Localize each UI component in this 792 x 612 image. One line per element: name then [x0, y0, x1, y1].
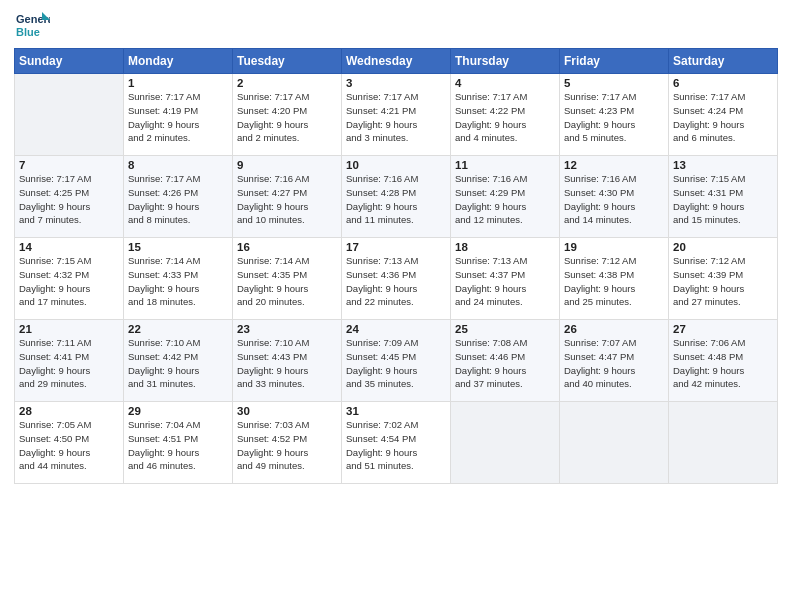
calendar-cell: 8Sunrise: 7:17 AMSunset: 4:26 PMDaylight… [124, 156, 233, 238]
calendar-cell: 19Sunrise: 7:12 AMSunset: 4:38 PMDayligh… [560, 238, 669, 320]
day-info: Sunrise: 7:15 AMSunset: 4:31 PMDaylight:… [673, 172, 773, 227]
calendar-cell: 28Sunrise: 7:05 AMSunset: 4:50 PMDayligh… [15, 402, 124, 484]
day-info: Sunrise: 7:10 AMSunset: 4:42 PMDaylight:… [128, 336, 228, 391]
day-info: Sunrise: 7:03 AMSunset: 4:52 PMDaylight:… [237, 418, 337, 473]
calendar-header-friday: Friday [560, 49, 669, 74]
calendar-week-5: 28Sunrise: 7:05 AMSunset: 4:50 PMDayligh… [15, 402, 778, 484]
calendar-header-saturday: Saturday [669, 49, 778, 74]
day-number: 20 [673, 241, 773, 253]
day-info: Sunrise: 7:13 AMSunset: 4:36 PMDaylight:… [346, 254, 446, 309]
calendar-cell: 31Sunrise: 7:02 AMSunset: 4:54 PMDayligh… [342, 402, 451, 484]
day-number: 16 [237, 241, 337, 253]
calendar-cell: 22Sunrise: 7:10 AMSunset: 4:42 PMDayligh… [124, 320, 233, 402]
day-number: 8 [128, 159, 228, 171]
day-info: Sunrise: 7:12 AMSunset: 4:39 PMDaylight:… [673, 254, 773, 309]
day-info: Sunrise: 7:14 AMSunset: 4:33 PMDaylight:… [128, 254, 228, 309]
day-info: Sunrise: 7:16 AMSunset: 4:27 PMDaylight:… [237, 172, 337, 227]
calendar-cell [669, 402, 778, 484]
calendar-cell: 23Sunrise: 7:10 AMSunset: 4:43 PMDayligh… [233, 320, 342, 402]
calendar-cell: 18Sunrise: 7:13 AMSunset: 4:37 PMDayligh… [451, 238, 560, 320]
day-info: Sunrise: 7:05 AMSunset: 4:50 PMDaylight:… [19, 418, 119, 473]
day-number: 14 [19, 241, 119, 253]
day-number: 13 [673, 159, 773, 171]
calendar-cell: 13Sunrise: 7:15 AMSunset: 4:31 PMDayligh… [669, 156, 778, 238]
calendar-cell: 11Sunrise: 7:16 AMSunset: 4:29 PMDayligh… [451, 156, 560, 238]
day-number: 29 [128, 405, 228, 417]
day-number: 1 [128, 77, 228, 89]
day-number: 9 [237, 159, 337, 171]
day-info: Sunrise: 7:06 AMSunset: 4:48 PMDaylight:… [673, 336, 773, 391]
calendar-cell: 17Sunrise: 7:13 AMSunset: 4:36 PMDayligh… [342, 238, 451, 320]
calendar-cell: 4Sunrise: 7:17 AMSunset: 4:22 PMDaylight… [451, 74, 560, 156]
day-number: 31 [346, 405, 446, 417]
calendar-cell: 6Sunrise: 7:17 AMSunset: 4:24 PMDaylight… [669, 74, 778, 156]
calendar-cell [451, 402, 560, 484]
calendar-cell: 5Sunrise: 7:17 AMSunset: 4:23 PMDaylight… [560, 74, 669, 156]
day-info: Sunrise: 7:11 AMSunset: 4:41 PMDaylight:… [19, 336, 119, 391]
calendar-cell [15, 74, 124, 156]
day-number: 21 [19, 323, 119, 335]
calendar-header-tuesday: Tuesday [233, 49, 342, 74]
calendar-cell: 16Sunrise: 7:14 AMSunset: 4:35 PMDayligh… [233, 238, 342, 320]
day-info: Sunrise: 7:16 AMSunset: 4:28 PMDaylight:… [346, 172, 446, 227]
day-number: 10 [346, 159, 446, 171]
logo: General Blue [14, 10, 52, 40]
day-info: Sunrise: 7:04 AMSunset: 4:51 PMDaylight:… [128, 418, 228, 473]
day-info: Sunrise: 7:17 AMSunset: 4:23 PMDaylight:… [564, 90, 664, 145]
day-number: 7 [19, 159, 119, 171]
day-number: 19 [564, 241, 664, 253]
svg-text:Blue: Blue [16, 26, 40, 38]
calendar-week-1: 1Sunrise: 7:17 AMSunset: 4:19 PMDaylight… [15, 74, 778, 156]
calendar-cell: 10Sunrise: 7:16 AMSunset: 4:28 PMDayligh… [342, 156, 451, 238]
calendar-cell [560, 402, 669, 484]
calendar-cell: 25Sunrise: 7:08 AMSunset: 4:46 PMDayligh… [451, 320, 560, 402]
day-number: 5 [564, 77, 664, 89]
calendar-cell: 1Sunrise: 7:17 AMSunset: 4:19 PMDaylight… [124, 74, 233, 156]
day-number: 26 [564, 323, 664, 335]
calendar-cell: 3Sunrise: 7:17 AMSunset: 4:21 PMDaylight… [342, 74, 451, 156]
calendar-header-thursday: Thursday [451, 49, 560, 74]
calendar-week-2: 7Sunrise: 7:17 AMSunset: 4:25 PMDaylight… [15, 156, 778, 238]
day-number: 28 [19, 405, 119, 417]
day-number: 17 [346, 241, 446, 253]
calendar-header-monday: Monday [124, 49, 233, 74]
calendar-week-4: 21Sunrise: 7:11 AMSunset: 4:41 PMDayligh… [15, 320, 778, 402]
day-number: 24 [346, 323, 446, 335]
day-info: Sunrise: 7:17 AMSunset: 4:26 PMDaylight:… [128, 172, 228, 227]
calendar-cell: 20Sunrise: 7:12 AMSunset: 4:39 PMDayligh… [669, 238, 778, 320]
day-info: Sunrise: 7:15 AMSunset: 4:32 PMDaylight:… [19, 254, 119, 309]
calendar-cell: 2Sunrise: 7:17 AMSunset: 4:20 PMDaylight… [233, 74, 342, 156]
day-info: Sunrise: 7:13 AMSunset: 4:37 PMDaylight:… [455, 254, 555, 309]
calendar-table: SundayMondayTuesdayWednesdayThursdayFrid… [14, 48, 778, 484]
day-number: 11 [455, 159, 555, 171]
calendar-header-row: SundayMondayTuesdayWednesdayThursdayFrid… [15, 49, 778, 74]
calendar-cell: 27Sunrise: 7:06 AMSunset: 4:48 PMDayligh… [669, 320, 778, 402]
day-number: 23 [237, 323, 337, 335]
calendar-header-sunday: Sunday [15, 49, 124, 74]
day-info: Sunrise: 7:17 AMSunset: 4:20 PMDaylight:… [237, 90, 337, 145]
calendar-week-3: 14Sunrise: 7:15 AMSunset: 4:32 PMDayligh… [15, 238, 778, 320]
day-info: Sunrise: 7:17 AMSunset: 4:25 PMDaylight:… [19, 172, 119, 227]
day-number: 12 [564, 159, 664, 171]
day-number: 15 [128, 241, 228, 253]
day-number: 3 [346, 77, 446, 89]
calendar-cell: 12Sunrise: 7:16 AMSunset: 4:30 PMDayligh… [560, 156, 669, 238]
day-info: Sunrise: 7:02 AMSunset: 4:54 PMDaylight:… [346, 418, 446, 473]
page-header: General Blue [14, 10, 778, 40]
day-info: Sunrise: 7:10 AMSunset: 4:43 PMDaylight:… [237, 336, 337, 391]
calendar-cell: 7Sunrise: 7:17 AMSunset: 4:25 PMDaylight… [15, 156, 124, 238]
logo-icon: General Blue [14, 10, 50, 40]
day-number: 6 [673, 77, 773, 89]
day-info: Sunrise: 7:16 AMSunset: 4:29 PMDaylight:… [455, 172, 555, 227]
day-info: Sunrise: 7:09 AMSunset: 4:45 PMDaylight:… [346, 336, 446, 391]
day-number: 4 [455, 77, 555, 89]
calendar-cell: 30Sunrise: 7:03 AMSunset: 4:52 PMDayligh… [233, 402, 342, 484]
day-number: 25 [455, 323, 555, 335]
day-number: 2 [237, 77, 337, 89]
calendar-cell: 24Sunrise: 7:09 AMSunset: 4:45 PMDayligh… [342, 320, 451, 402]
calendar-cell: 9Sunrise: 7:16 AMSunset: 4:27 PMDaylight… [233, 156, 342, 238]
calendar-cell: 29Sunrise: 7:04 AMSunset: 4:51 PMDayligh… [124, 402, 233, 484]
day-number: 22 [128, 323, 228, 335]
day-info: Sunrise: 7:07 AMSunset: 4:47 PMDaylight:… [564, 336, 664, 391]
day-info: Sunrise: 7:14 AMSunset: 4:35 PMDaylight:… [237, 254, 337, 309]
